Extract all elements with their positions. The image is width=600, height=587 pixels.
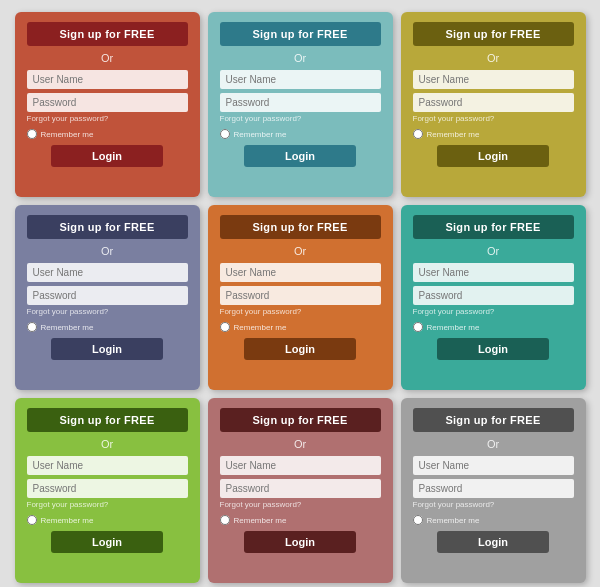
- card-2: Sign up for FREE Or Forgot your password…: [401, 12, 586, 197]
- login-button-1[interactable]: Login: [244, 145, 357, 167]
- card-grid: Sign up for FREE Or Forgot your password…: [3, 0, 598, 587]
- password-input-0[interactable]: [27, 93, 188, 112]
- signup-button-4[interactable]: Sign up for FREE: [220, 215, 381, 239]
- password-input-4[interactable]: [220, 286, 381, 305]
- remember-radio-3[interactable]: [27, 322, 37, 332]
- remember-row-5: Remember me: [413, 322, 480, 332]
- remember-label-1: Remember me: [234, 130, 287, 139]
- signup-button-5[interactable]: Sign up for FREE: [413, 215, 574, 239]
- remember-label-5: Remember me: [427, 323, 480, 332]
- card-0: Sign up for FREE Or Forgot your password…: [15, 12, 200, 197]
- remember-radio-4[interactable]: [220, 322, 230, 332]
- username-input-5[interactable]: [413, 263, 574, 282]
- password-input-5[interactable]: [413, 286, 574, 305]
- remember-row-4: Remember me: [220, 322, 287, 332]
- remember-row-2: Remember me: [413, 129, 480, 139]
- remember-row-1: Remember me: [220, 129, 287, 139]
- card-6: Sign up for FREE Or Forgot your password…: [15, 398, 200, 583]
- username-input-6[interactable]: [27, 456, 188, 475]
- forgot-text-7: Forgot your password?: [220, 500, 302, 509]
- or-text-4: Or: [294, 245, 306, 257]
- password-input-7[interactable]: [220, 479, 381, 498]
- forgot-text-4: Forgot your password?: [220, 307, 302, 316]
- card-1: Sign up for FREE Or Forgot your password…: [208, 12, 393, 197]
- remember-radio-1[interactable]: [220, 129, 230, 139]
- remember-radio-5[interactable]: [413, 322, 423, 332]
- remember-label-7: Remember me: [234, 516, 287, 525]
- or-text-5: Or: [487, 245, 499, 257]
- remember-row-7: Remember me: [220, 515, 287, 525]
- username-input-8[interactable]: [413, 456, 574, 475]
- forgot-text-2: Forgot your password?: [413, 114, 495, 123]
- remember-label-3: Remember me: [41, 323, 94, 332]
- remember-radio-7[interactable]: [220, 515, 230, 525]
- forgot-text-5: Forgot your password?: [413, 307, 495, 316]
- password-input-6[interactable]: [27, 479, 188, 498]
- signup-button-7[interactable]: Sign up for FREE: [220, 408, 381, 432]
- or-text-3: Or: [101, 245, 113, 257]
- signup-button-6[interactable]: Sign up for FREE: [27, 408, 188, 432]
- card-7: Sign up for FREE Or Forgot your password…: [208, 398, 393, 583]
- remember-radio-8[interactable]: [413, 515, 423, 525]
- remember-row-0: Remember me: [27, 129, 94, 139]
- or-text-6: Or: [101, 438, 113, 450]
- username-input-4[interactable]: [220, 263, 381, 282]
- forgot-text-8: Forgot your password?: [413, 500, 495, 509]
- forgot-text-3: Forgot your password?: [27, 307, 109, 316]
- login-button-7[interactable]: Login: [244, 531, 357, 553]
- forgot-text-1: Forgot your password?: [220, 114, 302, 123]
- or-text-0: Or: [101, 52, 113, 64]
- or-text-7: Or: [294, 438, 306, 450]
- password-input-8[interactable]: [413, 479, 574, 498]
- or-text-2: Or: [487, 52, 499, 64]
- forgot-text-6: Forgot your password?: [27, 500, 109, 509]
- remember-label-4: Remember me: [234, 323, 287, 332]
- login-button-8[interactable]: Login: [437, 531, 550, 553]
- remember-radio-2[interactable]: [413, 129, 423, 139]
- forgot-text-0: Forgot your password?: [27, 114, 109, 123]
- username-input-1[interactable]: [220, 70, 381, 89]
- remember-row-6: Remember me: [27, 515, 94, 525]
- remember-label-8: Remember me: [427, 516, 480, 525]
- password-input-3[interactable]: [27, 286, 188, 305]
- username-input-7[interactable]: [220, 456, 381, 475]
- username-input-0[interactable]: [27, 70, 188, 89]
- remember-label-6: Remember me: [41, 516, 94, 525]
- card-3: Sign up for FREE Or Forgot your password…: [15, 205, 200, 390]
- signup-button-3[interactable]: Sign up for FREE: [27, 215, 188, 239]
- login-button-5[interactable]: Login: [437, 338, 550, 360]
- remember-radio-6[interactable]: [27, 515, 37, 525]
- card-4: Sign up for FREE Or Forgot your password…: [208, 205, 393, 390]
- signup-button-1[interactable]: Sign up for FREE: [220, 22, 381, 46]
- signup-button-2[interactable]: Sign up for FREE: [413, 22, 574, 46]
- or-text-8: Or: [487, 438, 499, 450]
- password-input-2[interactable]: [413, 93, 574, 112]
- username-input-3[interactable]: [27, 263, 188, 282]
- login-button-0[interactable]: Login: [51, 145, 164, 167]
- remember-label-0: Remember me: [41, 130, 94, 139]
- login-button-6[interactable]: Login: [51, 531, 164, 553]
- or-text-1: Or: [294, 52, 306, 64]
- remember-label-2: Remember me: [427, 130, 480, 139]
- remember-row-8: Remember me: [413, 515, 480, 525]
- login-button-4[interactable]: Login: [244, 338, 357, 360]
- card-8: Sign up for FREE Or Forgot your password…: [401, 398, 586, 583]
- password-input-1[interactable]: [220, 93, 381, 112]
- remember-row-3: Remember me: [27, 322, 94, 332]
- remember-radio-0[interactable]: [27, 129, 37, 139]
- login-button-2[interactable]: Login: [437, 145, 550, 167]
- username-input-2[interactable]: [413, 70, 574, 89]
- signup-button-8[interactable]: Sign up for FREE: [413, 408, 574, 432]
- card-5: Sign up for FREE Or Forgot your password…: [401, 205, 586, 390]
- signup-button-0[interactable]: Sign up for FREE: [27, 22, 188, 46]
- login-button-3[interactable]: Login: [51, 338, 164, 360]
